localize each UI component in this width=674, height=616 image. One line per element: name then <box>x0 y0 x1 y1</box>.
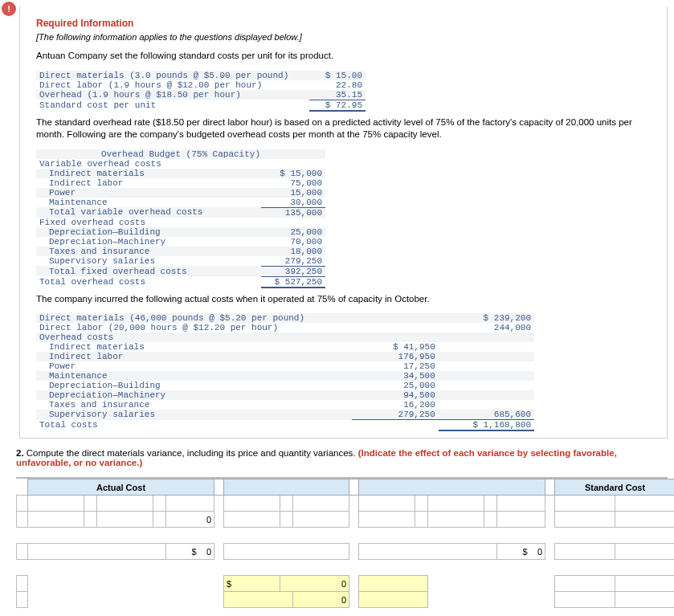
cell-ac-calc <box>166 496 214 512</box>
cell-price-var-zero: 0 <box>280 576 349 592</box>
question-content: Required Information [The following info… <box>19 6 668 439</box>
ob-vt-l: Total variable overhead costs <box>36 207 261 218</box>
dm-label: Direct materials (3.0 pounds @ $5.00 per… <box>36 71 309 80</box>
ob-f3-l: Taxes and insurance <box>36 247 261 256</box>
ac-o6-a: 94,500 <box>352 390 438 400</box>
cell-std2[interactable] <box>615 496 674 512</box>
ac-ot: 685,600 <box>439 410 534 420</box>
ac-o8-l: Supervisory salaries <box>36 410 352 420</box>
ob-gt-l: Total overhead costs <box>36 276 261 288</box>
ob-v4-l: Maintenance <box>36 198 261 208</box>
cell-qty-var-sel2[interactable] <box>359 592 428 608</box>
ob-f3-a: 18,000 <box>261 247 325 256</box>
cell-b1[interactable] <box>28 512 84 528</box>
ac-oh-head: Overhead costs <box>36 332 534 342</box>
overhead-budget-table: Overhead Budget (75% Capacity) Variable … <box>36 149 325 288</box>
cell-sp[interactable] <box>293 496 349 512</box>
cell-sp2[interactable] <box>428 496 484 512</box>
ac-o5-a: 25,000 <box>352 381 438 390</box>
info-note: [The following information applies to th… <box>36 32 654 42</box>
cell-std-total: $ 0 <box>497 544 545 560</box>
cell-sq[interactable] <box>359 496 415 512</box>
ac-o1-a: $ 41,950 <box>352 342 438 352</box>
ob-f1-a: 25,000 <box>261 227 325 237</box>
th-standard-cost: Standard Cost <box>555 479 674 496</box>
ac-o7-a: 16,200 <box>352 400 438 410</box>
ob-v2-l: Indirect labor <box>36 178 261 188</box>
alert-icon: ! <box>2 2 16 16</box>
cell-b4[interactable] <box>293 512 349 528</box>
th-mid2 <box>359 479 545 496</box>
ob-vt-a: 135,000 <box>261 207 325 218</box>
cell-actual-total: $ 0 <box>166 544 214 560</box>
required-info-title: Required Information <box>36 18 654 29</box>
ob-f1-l: Depreciation—Building <box>36 227 261 237</box>
ob-f4-a: 279,250 <box>261 256 325 267</box>
cell-sc-calc <box>497 496 545 512</box>
cell-actual-total-label <box>28 544 166 560</box>
dl-label: Direct labor (1.9 hours @ $12.00 per hou… <box>36 80 309 90</box>
cell-std1[interactable] <box>555 496 615 512</box>
th-mid <box>224 479 349 496</box>
cell-b7 <box>497 512 545 528</box>
dl-amt: 22.80 <box>309 80 366 90</box>
ac-o8-a: 279,250 <box>352 410 438 420</box>
cell-b-zero: 0 <box>166 512 214 528</box>
cell-aq2[interactable] <box>224 496 280 512</box>
scu-label: Standard cost per unit <box>36 100 309 111</box>
intro-text: Antuan Company set the following standar… <box>36 50 654 63</box>
ob-v2-a: 75,000 <box>261 178 325 188</box>
ac-o2-l: Indirect labor <box>36 352 352 361</box>
cell-ap[interactable] <box>97 496 153 512</box>
cell-b2[interactable] <box>97 512 153 528</box>
dm-amt: $ 15.00 <box>309 71 366 80</box>
actual-costs-table: Direct materials (46,000 pounds @ $5.20 … <box>36 313 534 431</box>
ac-o3-a: 17,250 <box>352 361 438 371</box>
ac-o1-l: Indirect materials <box>36 342 352 352</box>
cell-qty-var-zero: 0 <box>293 592 349 608</box>
ac-r2-a: 244,000 <box>439 323 534 332</box>
cell-b8[interactable] <box>555 512 615 528</box>
ob-ft-l: Total fixed overhead costs <box>36 266 261 276</box>
actual-para: The company incurred the following actua… <box>36 293 654 306</box>
cell-price-var-amt[interactable]: $ <box>224 576 280 592</box>
ac-o4-a: 34,500 <box>352 371 438 381</box>
scu-amt: $ 72.95 <box>309 100 366 111</box>
cell-price-var-sel[interactable] <box>359 576 428 592</box>
ob-var-head: Variable overhead costs <box>36 159 325 169</box>
ob-v3-l: Power <box>36 188 261 198</box>
ob-f2-l: Depreciation—Machinery <box>36 237 261 247</box>
ac-o7-l: Taxes and insurance <box>36 400 352 410</box>
cell-b6[interactable] <box>428 512 484 528</box>
ob-v1-a: $ 15,000 <box>261 169 325 178</box>
th-actual-cost: Actual Cost <box>28 479 214 496</box>
ac-r1-a: $ 239,200 <box>439 313 534 323</box>
ob-title: Overhead Budget (75% Capacity) <box>36 149 325 159</box>
oh-amt: 35.15 <box>309 90 366 100</box>
ob-gt-a: $ 527,250 <box>261 276 325 288</box>
ac-tc-a: $ 1,168,800 <box>439 420 534 431</box>
ob-v1-l: Indirect materials <box>36 169 261 178</box>
ac-o6-l: Depreciation—Machinery <box>36 390 352 400</box>
variance-sheet: Actual Cost Standard Cost <box>16 477 668 608</box>
question-prompt: 2. Compute the direct materials variance… <box>16 448 668 467</box>
cell-qty-var-sel[interactable] <box>224 592 293 608</box>
variance-table: Actual Cost Standard Cost <box>16 479 674 608</box>
ac-r2-l: Direct labor (20,000 hours @ $12.20 per … <box>36 323 352 332</box>
standard-cost-table: Direct materials (3.0 pounds @ $5.00 per… <box>36 71 366 112</box>
ob-f4-l: Supervisory salaries <box>36 256 261 267</box>
ob-v4-a: 30,000 <box>261 198 325 208</box>
ac-o2-a: 176,950 <box>352 352 438 361</box>
cell-b5[interactable] <box>359 512 415 528</box>
cell-b3[interactable] <box>224 512 280 528</box>
ac-tc-l: Total costs <box>36 420 352 431</box>
ac-r1-l: Direct materials (46,000 pounds @ $5.20 … <box>36 313 352 323</box>
cell-aq[interactable] <box>28 496 84 512</box>
cell-b9[interactable] <box>615 512 674 528</box>
q-text: Compute the direct materials variance, i… <box>24 448 358 458</box>
ob-ft-a: 392,250 <box>261 266 325 276</box>
oh-label: Overhead (1.9 hours @ $18.50 per hour) <box>36 90 309 100</box>
ac-o5-l: Depreciation—Building <box>36 381 352 390</box>
ac-o4-l: Maintenance <box>36 371 352 381</box>
times-1 <box>84 496 97 512</box>
